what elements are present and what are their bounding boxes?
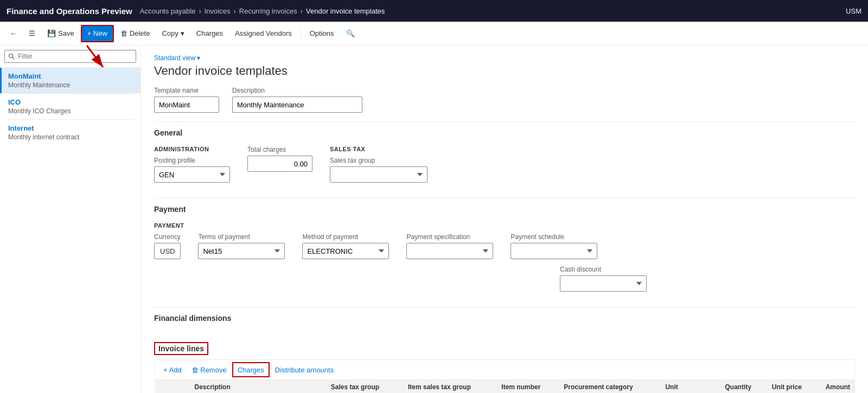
filter-input[interactable] — [4, 50, 136, 63]
spec-select[interactable] — [406, 243, 493, 259]
total-charges-label: Total charges — [247, 146, 312, 153]
sales-tax-label: SALES TAX — [330, 146, 427, 152]
menu-icon: ☰ — [29, 29, 35, 37]
currency-group: Currency USD — [154, 233, 181, 259]
col-select — [156, 380, 173, 393]
posting-profile-select[interactable]: GEN — [154, 166, 230, 183]
sales-tax-group: SALES TAX Sales tax group — [330, 146, 427, 183]
schedule-group: Payment schedule — [510, 233, 597, 259]
toolbar-separator — [301, 27, 301, 40]
sidebar: MonMaint Monthly Maintenance ICO Monthly… — [0, 46, 141, 393]
sales-tax-group-label: Sales tax group — [330, 157, 427, 164]
top-bar: Finance and Operations Preview Accounts … — [0, 0, 868, 22]
col-description: Description — [190, 380, 327, 393]
search-button[interactable]: 🔍 — [341, 25, 360, 42]
sidebar-item-ico-desc: Monthly ICO Charges — [8, 107, 134, 115]
save-label: Save — [58, 29, 74, 37]
spec-label: Payment specification — [406, 233, 493, 241]
method-label: Method of payment — [302, 233, 389, 241]
invoice-lines-table: Description Sales tax group Item sales t… — [155, 380, 854, 393]
financial-dimensions-header: Financial dimensions — [154, 307, 855, 327]
main-layout: MonMaint Monthly Maintenance ICO Monthly… — [0, 46, 868, 393]
save-icon: 💾 — [47, 29, 56, 37]
sidebar-item-ico[interactable]: ICO Monthly ICO Charges — [0, 94, 141, 119]
general-field-row: ADMINISTRATION Posting profile GEN Total… — [154, 146, 855, 183]
col-refresh — [173, 380, 190, 393]
total-charges-group: Total charges — [247, 146, 312, 183]
breadcrumb: Accounts payable › Invoices › Recurring … — [137, 7, 385, 15]
back-icon: ← — [10, 29, 17, 37]
app-title: Finance and Operations Preview — [7, 7, 132, 16]
col-quantity: Quantity — [710, 380, 755, 393]
template-name-group: Template name — [154, 87, 219, 113]
payment-section-content: PAYMENT Currency USD Terms of payment Ne… — [154, 218, 855, 302]
back-button[interactable]: ← — [4, 25, 22, 42]
copy-button[interactable]: Copy ▾ — [156, 25, 189, 42]
discount-select[interactable] — [560, 275, 647, 292]
copy-label: Copy — [162, 29, 178, 37]
description-input[interactable] — [232, 96, 362, 113]
payment-label: PAYMENT — [154, 222, 855, 229]
new-button[interactable]: + New — [81, 25, 114, 42]
sidebar-list: MonMaint Monthly Maintenance ICO Monthly… — [0, 68, 141, 393]
col-amount: Amount — [806, 380, 854, 393]
col-unit: Unit — [661, 380, 710, 393]
schedule-select[interactable] — [510, 243, 597, 259]
invoice-lines-title: Invoice lines — [158, 344, 204, 353]
administration-group: ADMINISTRATION Posting profile GEN — [154, 146, 230, 183]
breadcrumb-invoices[interactable]: Invoices — [205, 7, 231, 15]
add-line-button[interactable]: + Add — [159, 362, 186, 377]
method-select[interactable]: ELECTRONIC — [302, 243, 389, 259]
administration-label: ADMINISTRATION — [154, 146, 230, 152]
add-line-label: + Add — [163, 366, 182, 374]
sidebar-item-monmaint-name: MonMaint — [8, 72, 134, 80]
total-charges-input[interactable] — [247, 156, 312, 172]
delete-icon: 🗑 — [120, 29, 127, 37]
sidebar-item-monmaint-desc: Monthly Maintenance — [8, 81, 134, 89]
search-icon: 🔍 — [346, 29, 355, 37]
currency-label: Currency — [154, 233, 181, 241]
method-group: Method of payment ELECTRONIC — [302, 233, 389, 259]
page-title: Vendor invoice templates — [154, 64, 855, 78]
col-procurement-category: Procurement category — [559, 380, 661, 393]
options-label: Options — [310, 29, 334, 37]
remove-line-button[interactable]: 🗑 Remove — [187, 362, 231, 377]
payment-section-header: Payment — [154, 198, 855, 218]
delete-label: Delete — [130, 29, 150, 37]
content-area: Standard view ▾ Vendor invoice templates… — [141, 46, 868, 393]
breadcrumb-recurring-invoices[interactable]: Recurring invoices — [239, 7, 297, 15]
sales-tax-group-field: Sales tax group — [330, 157, 427, 183]
delete-button[interactable]: 🗑 Delete — [115, 25, 156, 42]
charges-button[interactable]: Charges — [191, 25, 228, 42]
posting-profile-group: Posting profile GEN — [154, 157, 230, 183]
new-label: + New — [87, 29, 107, 37]
invoice-lines-wrapper: Invoice lines + Add 🗑 Remove Charges — [154, 342, 855, 393]
col-unit-price: Unit price — [756, 380, 806, 393]
menu-button[interactable]: ☰ — [23, 25, 41, 42]
lines-toolbar: + Add 🗑 Remove Charges Distribute amount… — [155, 360, 854, 380]
distribute-amounts-button[interactable]: Distribute amounts — [271, 362, 338, 377]
line-charges-button[interactable]: Charges — [232, 362, 270, 377]
sidebar-filter-area — [0, 46, 141, 68]
template-name-input[interactable] — [154, 96, 219, 113]
terms-select[interactable]: Net15 — [198, 243, 285, 259]
save-button[interactable]: 💾 Save — [42, 25, 80, 42]
col-sales-tax-group: Sales tax group — [327, 380, 404, 393]
sales-tax-group-select[interactable] — [330, 166, 427, 183]
options-button[interactable]: Options — [304, 25, 340, 42]
charges-label: Charges — [196, 29, 223, 37]
breadcrumb-accounts-payable[interactable]: Accounts payable — [140, 7, 196, 15]
sidebar-item-internet[interactable]: Internet Monthly internet contract — [0, 120, 141, 145]
assigned-vendors-button[interactable]: Assigned Vendors — [229, 25, 297, 42]
invoice-lines-container: + Add 🗑 Remove Charges Distribute amount… — [154, 359, 855, 393]
remove-line-label: 🗑 Remove — [192, 366, 227, 374]
currency-value: USD — [154, 243, 181, 259]
view-label[interactable]: Standard view ▾ — [154, 54, 855, 62]
description-group: Description — [232, 87, 362, 113]
template-name-row: Template name Description — [154, 87, 855, 113]
sidebar-item-monmaint[interactable]: MonMaint Monthly Maintenance — [0, 68, 141, 93]
col-item-sales-tax-group: Item sales tax group — [404, 380, 497, 393]
breadcrumb-vendor-invoice-templates: Vendor invoice templates — [306, 7, 385, 15]
general-section-content: ADMINISTRATION Posting profile GEN Total… — [154, 141, 855, 194]
general-section-header: General — [154, 121, 855, 141]
